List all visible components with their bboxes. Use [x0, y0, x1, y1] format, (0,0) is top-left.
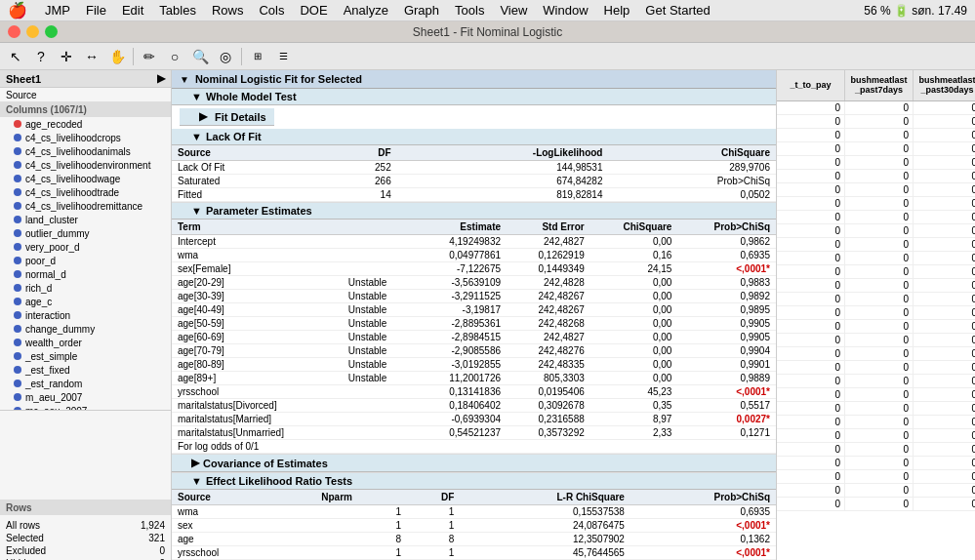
ss-cell[interactable]: 0	[777, 238, 845, 251]
ss-cell[interactable]: 0	[845, 402, 914, 415]
menu-file[interactable]: File	[78, 3, 114, 18]
ss-cell[interactable]: 0	[914, 498, 975, 510]
ss-cell[interactable]: 0	[845, 129, 914, 141]
sidebar-item-age_recoded[interactable]: age_recoded	[0, 117, 171, 131]
ss-cell[interactable]: 0	[845, 211, 914, 223]
ss-cell[interactable]: 0	[914, 170, 975, 182]
sidebar-item-_est_simple[interactable]: _est_simple	[0, 349, 171, 363]
ss-cell[interactable]: 0	[777, 156, 845, 169]
ss-cell[interactable]: 0	[914, 238, 975, 251]
ss-cell[interactable]: 0	[777, 265, 845, 278]
sidebar-item-c4_cs_livelihoodtrade[interactable]: c4_cs_livelihoodtrade	[0, 185, 171, 199]
ss-cell[interactable]: 0	[845, 457, 914, 469]
ss-cell[interactable]: 0	[777, 197, 845, 210]
ss-cell[interactable]: 0	[777, 498, 845, 510]
sidebar-item-poor_d[interactable]: poor_d	[0, 254, 171, 267]
zoom-tool-button[interactable]: 🔍	[188, 46, 212, 67]
ss-cell[interactable]: 0	[914, 101, 975, 114]
sidebar-item-c4_cs_livelihoodwage[interactable]: c4_cs_livelihoodwage	[0, 172, 171, 185]
help-tool-button[interactable]: ?	[29, 46, 53, 67]
ss-cell[interactable]: 0	[845, 361, 914, 374]
ss-cell[interactable]: 0	[845, 388, 914, 401]
sidebar-item-normal_d[interactable]: normal_d	[0, 267, 171, 281]
ss-cell[interactable]: 0	[914, 115, 975, 128]
sidebar-item-interaction[interactable]: interaction	[0, 308, 171, 322]
ss-cell[interactable]: 0	[845, 252, 914, 264]
ss-cell[interactable]: 0	[914, 402, 975, 415]
ss-cell[interactable]: 0	[777, 101, 845, 114]
sidebar-item-rich_d[interactable]: rich_d	[0, 281, 171, 295]
sidebar-item-_est_fixed[interactable]: _est_fixed	[0, 363, 171, 377]
menu-rows[interactable]: Rows	[204, 3, 252, 18]
ss-cell[interactable]: 0	[914, 211, 975, 223]
ss-cell[interactable]: 0	[845, 224, 914, 237]
ss-cell[interactable]: 0	[914, 129, 975, 141]
ss-cell[interactable]: 0	[777, 129, 845, 141]
ss-cell[interactable]: 0	[914, 142, 975, 155]
menu-cols[interactable]: Cols	[251, 3, 292, 18]
list-view-button[interactable]: ☰	[271, 46, 295, 67]
ss-cell[interactable]: 0	[914, 306, 975, 319]
ss-cell[interactable]: 0	[845, 320, 914, 333]
ss-cell[interactable]: 0	[845, 170, 914, 182]
sidebar-item-c4_cs_livelihoodremittance[interactable]: c4_cs_livelihoodremittance	[0, 199, 171, 213]
ss-cell[interactable]: 0	[914, 224, 975, 237]
ss-cell[interactable]: 0	[914, 470, 975, 483]
menu-tools[interactable]: Tools	[447, 3, 492, 18]
ss-cell[interactable]: 0	[914, 183, 975, 196]
sidebar-item-c4_cs_livelihoodcrops[interactable]: c4_cs_livelihoodcrops	[0, 131, 171, 144]
sidebar-source[interactable]: Source	[0, 88, 171, 101]
ss-cell[interactable]: 0	[914, 416, 975, 428]
menu-edit[interactable]: Edit	[114, 3, 151, 18]
ss-cell[interactable]: 0	[845, 238, 914, 251]
menu-doe[interactable]: DOE	[292, 3, 335, 18]
ss-cell[interactable]: 0	[914, 361, 975, 374]
menu-jmp[interactable]: JMP	[37, 3, 78, 18]
target-tool-button[interactable]: ◎	[214, 46, 237, 67]
ss-cell[interactable]: 0	[914, 443, 975, 456]
ss-cell[interactable]: 0	[914, 388, 975, 401]
ss-cell[interactable]: 0	[777, 211, 845, 223]
ss-cell[interactable]: 0	[845, 306, 914, 319]
ss-cell[interactable]: 0	[845, 101, 914, 114]
menu-graph[interactable]: Graph	[396, 3, 447, 18]
ss-cell[interactable]: 0	[914, 334, 975, 346]
menu-view[interactable]: View	[492, 3, 535, 18]
sidebar-expand-btn[interactable]: ▶	[157, 72, 165, 85]
ss-cell[interactable]: 0	[845, 279, 914, 292]
ss-cell[interactable]: 0	[777, 347, 845, 360]
ss-cell[interactable]: 0	[845, 197, 914, 210]
ss-cell[interactable]: 0	[845, 347, 914, 360]
add-tool-button[interactable]: ✛	[55, 46, 78, 67]
ss-cell[interactable]: 0	[777, 224, 845, 237]
ss-cell[interactable]: 0	[777, 170, 845, 182]
ss-cell[interactable]: 0	[914, 347, 975, 360]
menu-analyze[interactable]: Analyze	[336, 3, 396, 18]
whole-model-disclosure[interactable]: ▼	[191, 91, 202, 102]
ss-cell[interactable]: 0	[777, 361, 845, 374]
ss-cell[interactable]: 0	[914, 484, 975, 497]
ss-cell[interactable]: 0	[914, 252, 975, 264]
ss-cell[interactable]: 0	[845, 142, 914, 155]
ss-cell[interactable]: 0	[777, 320, 845, 333]
ss-cell[interactable]: 0	[777, 484, 845, 497]
minimize-button[interactable]	[26, 25, 39, 38]
ss-cell[interactable]: 0	[845, 429, 914, 442]
ss-cell[interactable]: 0	[845, 334, 914, 346]
ss-cell[interactable]: 0	[845, 416, 914, 428]
sidebar-item-outlier_dummy[interactable]: outlier_dummy	[0, 226, 171, 240]
ss-cell[interactable]: 0	[777, 470, 845, 483]
main-disclosure[interactable]: ▼	[180, 74, 189, 85]
ss-cell[interactable]: 0	[845, 484, 914, 497]
sidebar-item-mc_aeu_2007[interactable]: mc_aeu_2007	[0, 404, 171, 410]
ss-cell[interactable]: 0	[777, 293, 845, 305]
ss-cell[interactable]: 0	[777, 416, 845, 428]
menu-get-started[interactable]: Get Started	[637, 3, 717, 18]
ss-cell[interactable]: 0	[845, 156, 914, 169]
ss-cell[interactable]: 0	[777, 183, 845, 196]
ss-cell[interactable]: 0	[777, 429, 845, 442]
hand-tool-button[interactable]: ✋	[105, 46, 129, 67]
lof-disclosure[interactable]: ▼	[191, 131, 202, 142]
sidebar-item-c4_cs_livelihoodenvironment[interactable]: c4_cs_livelihoodenvironment	[0, 158, 171, 172]
menu-help[interactable]: Help	[596, 3, 638, 18]
